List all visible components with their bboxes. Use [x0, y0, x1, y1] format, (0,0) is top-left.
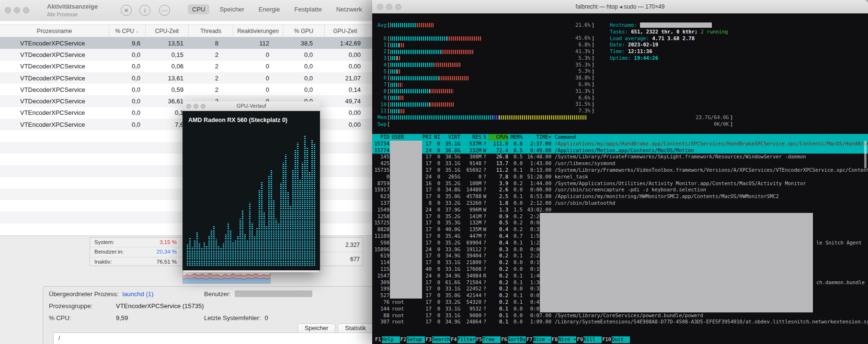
- gpu-bar: [192, 247, 193, 266]
- cell-time: 0,06: [145, 63, 188, 70]
- fkey-action: Quit: [612, 336, 630, 343]
- tab-netzwerk[interactable]: Netzwerk: [332, 4, 366, 14]
- fkey-f4[interactable]: F4Filter: [450, 336, 476, 343]
- table-row[interactable]: VTDecoderXPCService0,00,06200,00,00: [0, 61, 429, 72]
- htop-row[interactable]: 14517038.5G308M?26.80.516:48.00/System/L…: [372, 154, 868, 160]
- htop-cell: 35.0G: [440, 193, 460, 200]
- htop-cell: ?: [481, 167, 488, 174]
- quit-process-button[interactable]: ✕: [121, 5, 132, 16]
- fkey-f9[interactable]: F9Kill: [576, 336, 602, 343]
- open-files-box[interactable]: /: [53, 333, 422, 344]
- htop-row[interactable]: 0240265G0?7.80.051:28.00kernel_task: [372, 174, 868, 180]
- gpu-bar: [271, 169, 272, 266]
- load-label: Load average:: [610, 35, 652, 41]
- meter-fill-system: [434, 63, 461, 67]
- htop-cell: 45788: [460, 193, 481, 200]
- htop-cell: 0.2: [488, 286, 508, 292]
- fkey-f10[interactable]: F10Quit: [602, 336, 630, 343]
- htop-cell: 0.0: [508, 200, 523, 207]
- column-header-1[interactable]: Prozessname: [0, 25, 109, 37]
- bracket: [: [387, 68, 390, 75]
- htop-column-time+[interactable]: TIME+: [523, 134, 551, 141]
- meter-label: 11: [375, 108, 387, 114]
- htop-row[interactable]: 307root17034.9G24864?0.10.01:09.00/Libra…: [372, 319, 868, 325]
- column-header-3[interactable]: CPU-Zeit: [145, 25, 188, 37]
- htop-cell: ?: [481, 279, 488, 286]
- table-row[interactable]: VTDecoderXPCService0,00,15200,00,00: [0, 49, 429, 60]
- htop-row[interactable]: 1378033.2G23260?1.80.02:12.00/usr/sbin/b…: [372, 200, 868, 207]
- gpu-bar: [213, 225, 215, 266]
- system-errors-label: Letzte Systemfehler:: [204, 314, 261, 322]
- htop-cell: 308M: [460, 154, 481, 160]
- gpu-bar: [201, 248, 203, 266]
- fkey-f3[interactable]: F3Search: [425, 336, 450, 343]
- htop-row[interactable]: 1577424036.8G332MW72.40.50:49.00/Applica…: [372, 147, 868, 154]
- htop-column-user[interactable]: USER: [389, 134, 420, 141]
- fkey-label: F6: [501, 336, 508, 343]
- cell-name: VTDecoderXPCService: [0, 86, 109, 93]
- fkey-f7[interactable]: F7Nice -: [526, 336, 551, 343]
- htop-column-pri[interactable]: PRI: [420, 134, 432, 141]
- fkey-f6[interactable]: F6SortBy: [501, 336, 526, 343]
- table-row[interactable]: VTDecoderXPCService0,013,61200,021,07: [0, 72, 429, 84]
- htop-row[interactable]: 154924037.9G996MW1.31.543:02.00: [372, 207, 868, 213]
- htop-cell: 1:09.00: [523, 319, 551, 325]
- htop-cell: 8759: [372, 180, 389, 187]
- speicher-button[interactable]: Speicher: [297, 323, 335, 333]
- htop-cell: ?: [481, 266, 488, 273]
- htop-cell: 623: [372, 193, 389, 200]
- column-header-7[interactable]: GPU-Zeit: [324, 25, 365, 37]
- htop-cell: 71504: [460, 279, 481, 286]
- fkey-f1[interactable]: F1Help: [375, 336, 400, 343]
- zoom-window-button[interactable]: [23, 7, 29, 13]
- column-header-2[interactable]: % CPU⌄: [109, 25, 145, 37]
- gpu-usage-histogram: [187, 132, 316, 266]
- statistik-button[interactable]: Statistik: [338, 323, 373, 333]
- table-row[interactable]: VTEncoderXPCService9,613,51811238,51:42,…: [0, 37, 429, 49]
- fkey-f8[interactable]: F8Nice +: [551, 336, 577, 343]
- fkey-f2[interactable]: F2Setup: [400, 336, 425, 343]
- cell-gput: 0,00: [324, 109, 365, 116]
- htop-column-pid[interactable]: PID: [372, 134, 389, 141]
- table-row[interactable]: VTDecoderXPCService0,00,59200,00,14: [0, 84, 429, 95]
- htop-cell: 0: [432, 154, 440, 160]
- htop-cell: 145: [372, 154, 389, 160]
- tab-cpu[interactable]: CPU: [188, 4, 209, 14]
- cell-cpu: 0,0: [109, 51, 145, 58]
- scrollbar-thumb[interactable]: [864, 141, 867, 168]
- inspect-process-button[interactable]: i: [139, 5, 150, 16]
- tab-speicher[interactable]: Speicher: [215, 4, 248, 14]
- parent-process-link[interactable]: launchd (1): [122, 290, 153, 298]
- column-header-6[interactable]: % GPU: [283, 25, 324, 37]
- htop-row[interactable]: 1573417035.1G537M?111.00.82:37.00/Applic…: [372, 141, 868, 147]
- htop-row[interactable]: 42517033.1G9148?13.70.01:43.00/usr/libex…: [372, 160, 868, 167]
- htop-row[interactable]: 875916035.2G100M?3.90.21:44.00/System/Ap…: [372, 180, 868, 187]
- htop-column-cpu%[interactable]: CPU%: [488, 134, 508, 141]
- close-window-button[interactable]: [5, 7, 11, 13]
- htop-column-res[interactable]: RES: [460, 134, 481, 141]
- column-header-4[interactable]: Threads: [188, 25, 233, 37]
- htop-column-virt[interactable]: VIRT: [440, 134, 460, 141]
- fkey-f5[interactable]: F5Tree: [476, 336, 501, 343]
- htop-row[interactable]: 1591717034.8G14480?2.60.00:00.00/usr/sbi…: [372, 187, 868, 193]
- bracket: [: [387, 108, 390, 114]
- cpu-meter-7: 7[6.0%]: [375, 81, 594, 88]
- minimize-window-button[interactable]: [14, 7, 20, 13]
- bracket: [: [387, 22, 390, 29]
- more-options-button[interactable]: ⋯: [159, 5, 170, 16]
- meter-percent: 5.3%: [578, 55, 590, 62]
- htop-column-ni[interactable]: NI: [432, 134, 440, 141]
- tab-festplatte[interactable]: Festplatte: [290, 4, 326, 14]
- gpu-bar: [206, 245, 207, 266]
- htop-column-mem%[interactable]: MEM%: [508, 134, 523, 141]
- htop-row[interactable]: 62317035.0G45788W2.50.16:53.00/Applicati…: [372, 193, 868, 200]
- column-header-5[interactable]: Reaktivierungen: [233, 25, 283, 37]
- htop-row[interactable]: 88root17033.1G9080?0.10.00:07.00/System/…: [372, 312, 868, 319]
- htop-row[interactable]: 1573517035.1G65692?11.20.10:13.00/System…: [372, 167, 868, 174]
- tab-energie[interactable]: Energie: [254, 4, 285, 14]
- htop-cell: ?: [481, 259, 488, 266]
- htop-cell: ?: [481, 319, 488, 325]
- htop-column-command[interactable]: Command: [551, 134, 868, 141]
- htop-column-s[interactable]: S: [481, 134, 488, 141]
- meter-fill-user: [390, 50, 442, 54]
